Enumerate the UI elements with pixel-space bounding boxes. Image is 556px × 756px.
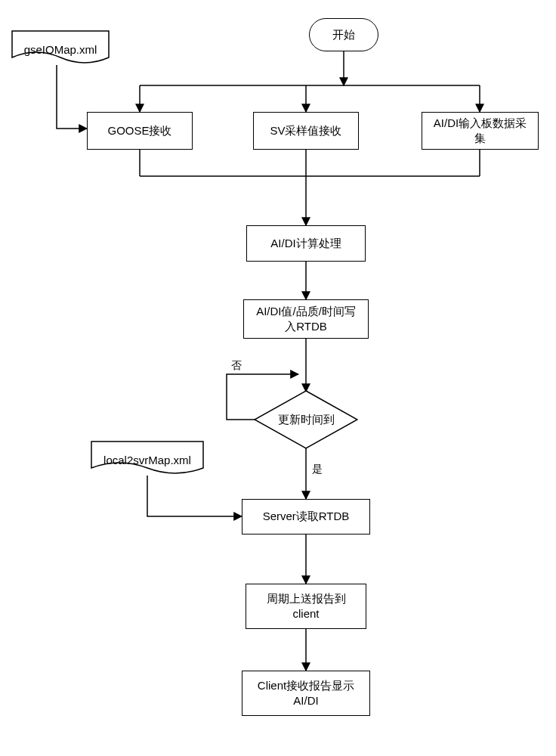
- aidi-calc: AI/DI计算处理: [246, 225, 366, 262]
- aidi-calc-label: AI/DI计算处理: [270, 236, 341, 251]
- start-node: 开始: [309, 18, 378, 51]
- file-local2svrmap-label: local2svrMap.xml: [91, 448, 204, 468]
- decision-no-label: 否: [231, 359, 242, 373]
- goose-receive: GOOSE接收: [87, 112, 193, 150]
- decision-label: 更新时间到: [278, 412, 335, 427]
- client-show: Client接收报告显示 AI/DI: [242, 671, 370, 716]
- aidi-write-label: AI/DI值/品质/时间写 入RTDB: [256, 304, 356, 335]
- aidi-board-collect: AI/DI输入板数据采 集: [422, 112, 539, 150]
- decision-update-time: 更新时间到: [254, 390, 358, 449]
- server-read-rtdb: Server读取RTDB: [242, 499, 370, 534]
- goose-receive-label: GOOSE接收: [107, 123, 171, 138]
- decision-yes-label: 是: [312, 463, 323, 476]
- start-label: 开始: [332, 27, 355, 42]
- file-local2svrmap: local2svrMap.xml: [91, 441, 204, 476]
- sv-receive-label: SV采样值接收: [270, 123, 341, 138]
- aidi-write-rtdb: AI/DI值/品质/时间写 入RTDB: [243, 299, 369, 339]
- file-gseiomap: gseIOMap.xml: [11, 30, 110, 65]
- client-show-label: Client接收报告显示 AI/DI: [258, 678, 354, 709]
- server-read-label: Server读取RTDB: [263, 509, 350, 524]
- file-gseiomap-label: gseIOMap.xml: [11, 38, 110, 57]
- aidi-board-label: AI/DI输入板数据采 集: [434, 116, 527, 147]
- sv-receive: SV采样值接收: [253, 112, 359, 150]
- periodic-report: 周期上送报告到 client: [246, 584, 366, 629]
- periodic-report-label: 周期上送报告到 client: [267, 591, 346, 622]
